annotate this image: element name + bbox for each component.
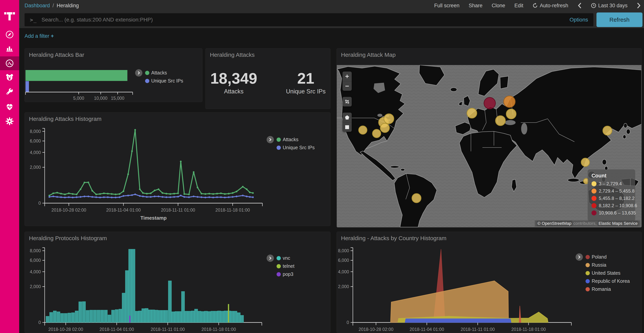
sidebar-item-dev-tools[interactable] — [0, 85, 19, 99]
sidebar-item-monitoring[interactable] — [0, 100, 19, 114]
legend-label: Poland — [592, 254, 606, 260]
legend-toggle-button[interactable] — [266, 136, 274, 143]
sidebar-item-honeypot[interactable] — [0, 71, 19, 84]
world-map[interactable]: Count 3 – 2,729.42,729.4 – 5,455.85,455.… — [337, 65, 642, 227]
attack-bubble-russia[interactable] — [504, 96, 515, 107]
breadcrumb-separator: / — [52, 3, 54, 9]
map-legend-row: 3 – 2,729.4 — [592, 181, 631, 186]
auto-refresh-button[interactable]: Auto-refresh — [532, 3, 568, 9]
breadcrumb: Dashboard / Heralding — [24, 3, 79, 9]
legend-item-poland[interactable]: Poland — [586, 254, 630, 260]
bucket-range: 8,182.2 – 10,908.6 — [599, 203, 637, 208]
svg-text:4,000: 4,000 — [30, 269, 41, 274]
search-input[interactable]: >_ Search... (e.g. status:200 AND extens… — [24, 13, 594, 26]
svg-text:2018-11-11 01:00: 2018-11-11 01:00 — [460, 327, 495, 332]
legend-label: Attacks — [151, 70, 167, 76]
attack-bubble-united-states[interactable] — [384, 114, 394, 124]
topbar-action-full-screen[interactable]: Full screen — [434, 3, 460, 9]
attack-bubble-united-states[interactable] — [372, 129, 381, 138]
legend-label: Russia — [592, 262, 606, 268]
legend-toggle-button[interactable] — [135, 69, 142, 77]
svg-text:2018-11-11 01:00: 2018-11-11 01:00 — [161, 208, 195, 213]
attack-bubble-brazil[interactable] — [412, 194, 421, 203]
legend-dot — [276, 138, 281, 142]
crop-icon — [344, 99, 350, 104]
legend-item-vnc[interactable]: vnc — [276, 255, 294, 261]
legend-title: Count — [592, 173, 631, 179]
attacks-line-chart[interactable]: 02,0004,0006,0008,0002018-10-28 02:00201… — [25, 113, 330, 226]
plus-icon — [345, 74, 350, 79]
legend-item-unique-src-ips[interactable]: Unique Src IPs — [276, 145, 315, 150]
search-options-link[interactable]: Options — [570, 17, 588, 23]
refresh-button[interactable]: Refresh — [596, 13, 642, 27]
time-forward-button[interactable] — [637, 3, 641, 9]
ems-link[interactable]: Elastic Maps Service — [598, 221, 638, 226]
attack-bubble-vietnam[interactable] — [581, 158, 590, 167]
sidebar-item-visualize[interactable] — [0, 42, 19, 55]
chart-legend: vnctelnetpop3 — [266, 254, 294, 277]
breadcrumb-dashboard-link[interactable]: Dashboard — [24, 3, 50, 9]
bucket-dot — [592, 203, 596, 208]
chart-legend: AttacksUnique Src IPs — [266, 136, 315, 150]
t-mobile-logo[interactable] — [0, 6, 19, 27]
svg-text:2018-11-18 01:00: 2018-11-18 01:00 — [511, 327, 546, 332]
osm-link[interactable]: © OpenStreetMap — [537, 221, 572, 226]
zoom-in-button[interactable] — [342, 72, 352, 81]
time-range-button[interactable]: Last 30 days — [591, 3, 628, 9]
svg-text:6,000: 6,000 — [30, 258, 41, 263]
legend-item-russia[interactable]: Russia — [586, 262, 630, 268]
attack-bubble-poland[interactable] — [484, 97, 496, 109]
svg-text:8,000: 8,000 — [30, 129, 41, 134]
svg-text:2018-11-04 01:00: 2018-11-04 01:00 — [410, 327, 444, 332]
legend-item-attacks[interactable]: Attacks — [276, 137, 315, 142]
attack-bubble-united-states[interactable] — [380, 123, 390, 133]
legend-item-united-states[interactable]: United States — [586, 270, 630, 276]
search-placeholder: Search... (e.g. status:200 AND extension… — [42, 17, 153, 23]
sidebar-item-management[interactable] — [0, 114, 19, 128]
bar-chart-icon — [5, 44, 14, 53]
legend-toggle-button[interactable] — [576, 253, 583, 261]
legend-item-pop3[interactable]: pop3 — [276, 271, 294, 277]
legend-item-unique-src-ips[interactable]: Unique Src IPs — [145, 78, 183, 84]
topbar-action-clone[interactable]: Clone — [492, 3, 505, 9]
legend-item-romania[interactable]: Romania — [586, 286, 630, 292]
svg-text:0: 0 — [38, 201, 41, 206]
legend-item-republic-of-korea[interactable]: Republic of Korea — [586, 278, 630, 284]
sidebar — [0, 0, 19, 333]
gear-icon — [5, 117, 14, 126]
topbar-action-share[interactable]: Share — [469, 3, 482, 9]
metric-label: Unique Src IPs — [286, 88, 326, 95]
svg-text:5,000: 5,000 — [73, 96, 84, 101]
attack-bubble-romania[interactable] — [496, 116, 506, 126]
legend-label: telnet — [283, 263, 294, 269]
protocols-bar-chart[interactable]: 02,0004,0006,0008,0002018-10-28 02:00201… — [25, 232, 330, 333]
add-filter-link[interactable]: Add a filter+ — [24, 33, 54, 39]
legend-item-telnet[interactable]: telnet — [276, 263, 294, 269]
attack-bubble-ukraine[interactable] — [506, 109, 516, 119]
draw-rectangle-button[interactable] — [342, 122, 352, 132]
chevron-left-icon — [578, 3, 582, 9]
legend-toggle-button[interactable] — [266, 254, 274, 262]
attack-bubble-united-states[interactable] — [358, 126, 367, 134]
draw-polygon-button[interactable] — [342, 113, 352, 122]
fit-bounds-button[interactable] — [342, 97, 352, 107]
bucket-range: 5,455.8 – 8,182.2 — [599, 196, 634, 201]
legend-item-attacks[interactable]: Attacks — [145, 70, 183, 76]
legend-label: Attacks — [283, 137, 298, 142]
legend-dot — [145, 79, 149, 83]
zoom-out-button[interactable] — [342, 81, 352, 91]
sidebar-item-discover[interactable] — [0, 28, 19, 42]
plus-icon: + — [51, 33, 54, 39]
svg-text:6,000: 6,000 — [30, 139, 41, 143]
time-back-button[interactable] — [578, 3, 582, 9]
panel-attacks-histogram: Heralding Attacks Histogram 02,0004,0006… — [24, 112, 330, 226]
svg-text:2018-10-28 02:00: 2018-10-28 02:00 — [51, 208, 86, 213]
svg-text:6,000: 6,000 — [338, 258, 349, 263]
sidebar-item-dashboard[interactable] — [0, 56, 19, 70]
topbar-action-edit[interactable]: Edit — [514, 3, 524, 9]
legend-dot — [276, 256, 281, 260]
gauge-icon — [5, 59, 14, 68]
legend-dot — [586, 255, 590, 259]
attack-bubble-republic-of-korea[interactable] — [603, 126, 612, 135]
attack-bubble-france[interactable] — [467, 108, 477, 118]
